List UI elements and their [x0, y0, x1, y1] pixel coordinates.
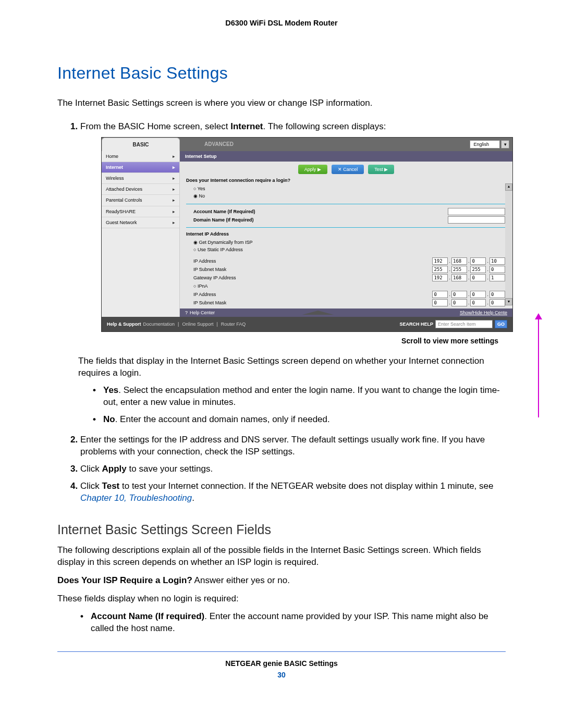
ipna-address-field[interactable]: 0.0.0.0 [432, 291, 505, 298]
gateway-field[interactable]: 192.168.0.1 [432, 274, 505, 281]
caret-icon: ▸ [173, 197, 175, 203]
ipna-mask-label: IP Subnet Mask [193, 300, 432, 306]
sidebar-nav: Home▸ Internet▸ Wireless▸ Attached Devic… [102, 151, 180, 317]
scroll-down-icon[interactable]: ▾ [505, 298, 512, 305]
account-name-field[interactable] [448, 208, 505, 215]
caret-icon: ▸ [173, 186, 175, 192]
caret-icon: ▸ [173, 219, 175, 226]
sidebar-item-guest[interactable]: Guest Network▸ [102, 217, 179, 228]
language-value: English [470, 140, 500, 149]
scrollbar[interactable]: ▴ ▾ [505, 183, 512, 306]
intro-paragraph: The Internet Basic Settings screen is wh… [57, 97, 506, 109]
step-1-post: . The following screen displays: [263, 121, 386, 131]
radio-ip-dynamic[interactable]: ◉ Get Dynamically from ISP [193, 239, 506, 245]
divider [186, 204, 506, 204]
expand-handle[interactable] [302, 311, 334, 315]
bullet-no: No. Enter the account and domain names, … [93, 414, 506, 426]
step-1-bold: Internet [230, 121, 263, 131]
panel-title: Internet Setup [180, 151, 512, 162]
sub-p2: Does Your ISP Require a Login? Answer ei… [57, 575, 506, 587]
sidebar-item-wireless[interactable]: Wireless▸ [102, 173, 179, 184]
step-3: Click Apply to save your settings. [80, 463, 506, 475]
ip-section-label: Internet IP Address [186, 231, 506, 237]
troubleshooting-link[interactable]: Chapter 10, Troubleshooting [80, 493, 192, 503]
sidebar-item-attached[interactable]: Attached Devices▸ [102, 184, 179, 195]
help-icon: ? [185, 310, 188, 316]
sidebar-item-home[interactable]: Home▸ [102, 151, 179, 162]
divider [186, 227, 506, 228]
step-2: Enter the settings for the IP address an… [80, 434, 506, 458]
radio-ipna[interactable]: ○ IPnA [193, 283, 506, 289]
gateway-label: Gateway IP Address [193, 275, 432, 281]
router-screenshot: BASIC ADVANCED English ▾ Home▸ Internet▸… [101, 137, 513, 332]
search-help-input[interactable]: Enter Search Item [435, 320, 493, 328]
footer-online-link[interactable]: Online Support [182, 321, 213, 327]
sidebar-item-parental[interactable]: Parental Controls▸ [102, 195, 179, 206]
step-1: From the BASIC Home screen, select Inter… [80, 121, 506, 426]
caret-icon: ▸ [173, 208, 175, 215]
subnet-mask-label: IP Subnet Mask [193, 266, 432, 273]
help-center[interactable]: ?Help Center [185, 310, 215, 316]
ipna-mask-field[interactable]: 0.0.0.0 [432, 299, 505, 306]
sidebar-item-internet[interactable]: Internet▸ [102, 162, 179, 173]
bullet-yes: Yes. Select the encapsulation method and… [93, 385, 506, 409]
footer-chapter: NETGEAR genie BASIC Settings [57, 659, 506, 668]
section-title: Internet Basic Settings [57, 64, 506, 83]
sub-p3: These fields display when no login is re… [57, 593, 506, 605]
caret-icon: ▸ [173, 164, 175, 170]
caret-icon: ▸ [173, 153, 175, 159]
sub-p1: The following descriptions explain all o… [57, 545, 506, 569]
page-header-product: D6300 WiFi DSL Modem Router [57, 19, 506, 27]
test-button[interactable]: Test ▶ [368, 165, 394, 174]
scroll-up-icon[interactable]: ▴ [505, 183, 512, 191]
footer-faq-link[interactable]: Router FAQ [221, 321, 246, 327]
footer-doc-link[interactable]: Documentation [143, 321, 175, 327]
domain-name-field[interactable] [448, 216, 505, 224]
footer-help-support: Help & Support [107, 321, 141, 327]
tab-basic[interactable]: BASIC [102, 138, 180, 151]
scroll-caption: Scroll to view more settings [80, 336, 498, 346]
radio-yes[interactable]: ○ Yes [193, 186, 506, 192]
search-go-button[interactable]: GO [495, 320, 507, 328]
search-help-label: SEARCH HELP [399, 321, 433, 327]
subsection-title: Internet Basic Settings Screen Fields [57, 522, 506, 537]
tab-advanced[interactable]: ADVANCED [180, 138, 258, 151]
domain-name-label: Domain Name (If Required) [193, 217, 448, 223]
step-1-pre: From the BASIC Home screen, select [80, 121, 230, 131]
sub-bullet-account: Account Name (If required). Enter the ac… [80, 611, 506, 635]
apply-button[interactable]: Apply ▶ [298, 165, 327, 174]
cancel-button[interactable]: ✕ Cancel [332, 165, 364, 174]
ip-address-field[interactable]: 192.168.0.10 [432, 257, 505, 265]
radio-no[interactable]: ◉ No [193, 193, 506, 199]
step-4: Click Test to test your Internet connect… [80, 480, 506, 504]
radio-ip-static[interactable]: ○ Use Static IP Address [193, 246, 506, 253]
ipna-address-label: IP Address [193, 291, 432, 298]
footer-page-number: 30 [57, 671, 506, 679]
caret-icon: ▸ [173, 175, 175, 181]
help-toggle[interactable]: Show/Hide Help Cente [460, 310, 507, 316]
login-question: Does your Internet connection require a … [186, 177, 506, 183]
annotation-arrow [535, 313, 542, 417]
post-shot-paragraph: The fields that display in the Internet … [78, 355, 506, 379]
sidebar-item-readyshare[interactable]: ReadySHARE▸ [102, 206, 179, 217]
account-name-label: Account Name (If Required) [193, 208, 448, 215]
ip-address-label: IP Address [193, 258, 432, 264]
footer-rule [57, 651, 506, 652]
dropdown-icon[interactable]: ▾ [501, 140, 509, 149]
language-selector[interactable]: English ▾ [470, 138, 512, 151]
subnet-mask-field[interactable]: 255.255.255.0 [432, 266, 505, 273]
